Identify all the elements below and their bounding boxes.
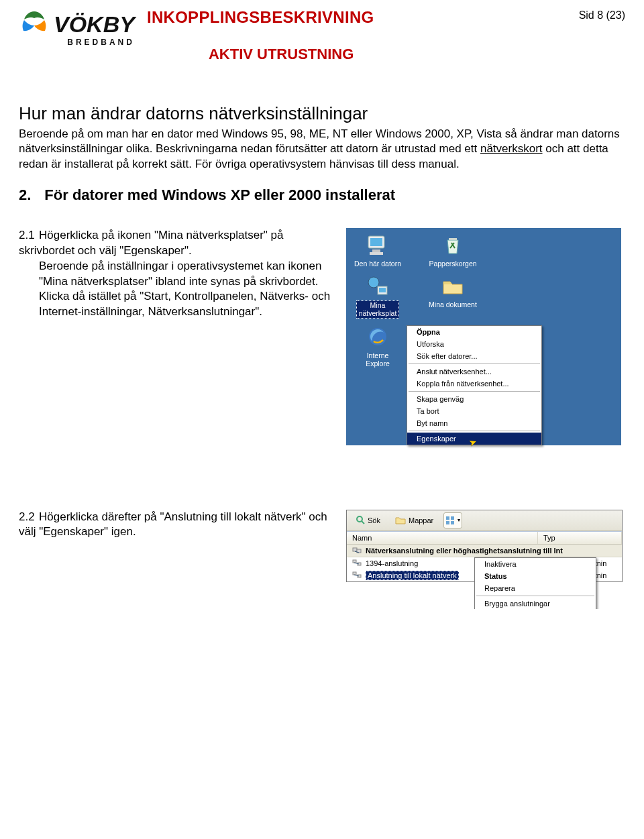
screenshot-explorer: Sök Mappar ▾ Namn Typ xyxy=(346,510,623,582)
list-header: Namn Typ xyxy=(347,532,622,545)
page-number: Sid 8 (23) xyxy=(579,8,625,21)
main-heading: Hur man ändrar datorns nätverksinställni… xyxy=(19,103,625,124)
step-2-1-text: 2.1Högerklicka på ikonen "Mina nätverksp… xyxy=(19,228,341,320)
group-icon xyxy=(352,546,362,555)
context-menu-item[interactable]: Utforska xyxy=(407,338,541,350)
section-2-heading: 2. För datorer med Windows XP eller 2000… xyxy=(19,186,625,204)
desktop-icon-label: Mina dokument xyxy=(424,300,482,309)
step-2-1-line3: Klicka då istället på "Start, Kontrollpa… xyxy=(39,289,341,320)
list-cell-name: 1394-anslutning xyxy=(366,559,418,567)
context-menu-item[interactable]: Öppna xyxy=(407,326,541,338)
connection-icon xyxy=(352,559,362,568)
views-icon xyxy=(445,516,456,525)
svg-rect-20 xyxy=(353,572,356,575)
folders-button[interactable]: Mappar xyxy=(390,513,438,528)
svg-point-8 xyxy=(357,516,362,522)
svg-rect-11 xyxy=(451,516,454,520)
svg-rect-6 xyxy=(379,288,386,292)
step-2-1-line1: Högerklicka på ikonen "Mina nätverksplat… xyxy=(19,229,284,257)
context-menu-item[interactable]: Sök efter datorer... xyxy=(407,350,541,362)
svg-rect-10 xyxy=(446,516,449,520)
screenshot-desktop: Den här datorn Papperskorgen xyxy=(346,228,621,445)
brand-wordmark: VÖKBY xyxy=(54,11,135,38)
svg-rect-17 xyxy=(353,560,356,563)
desktop-icon-label: Papperskorgen xyxy=(424,260,482,268)
list-group-header: Nätverksanslutning eller höghastighetsan… xyxy=(347,545,622,557)
doc-title: INKOPPLINGSBESKRIVNING xyxy=(147,8,567,27)
context-menu-item[interactable]: Anslut nätverksenhet... xyxy=(407,366,541,378)
context-menu-item[interactable]: Reparera xyxy=(475,582,596,594)
context-menu-item[interactable]: Status xyxy=(475,570,596,582)
svg-rect-1 xyxy=(370,238,382,246)
brand-logo-mark xyxy=(19,9,50,39)
chevron-down-icon: ▾ xyxy=(458,517,460,523)
svg-rect-12 xyxy=(446,521,449,524)
views-button[interactable]: ▾ xyxy=(443,512,462,528)
desktop-icon-recycle[interactable]: Papperskorgen xyxy=(424,232,482,268)
search-icon xyxy=(356,515,365,526)
step-2-2-number: 2.2 xyxy=(19,510,39,525)
context-menu-item[interactable]: Brygga anslutningar xyxy=(475,598,596,609)
context-menu: InaktiveraStatusRepareraBrygga anslutnin… xyxy=(474,557,596,609)
column-header-type[interactable]: Typ xyxy=(538,532,622,544)
step-2-1-number: 2.1 xyxy=(19,228,39,243)
desktop-icon-label: Minanätverksplat xyxy=(356,300,400,318)
intro-paragraph: Beroende på om man har en dator med Wind… xyxy=(19,127,625,172)
search-button-label: Sök xyxy=(368,516,380,524)
folder-icon xyxy=(395,515,406,526)
desktop-icon-documents[interactable]: Mina dokument xyxy=(424,273,482,318)
search-button[interactable]: Sök xyxy=(351,513,385,528)
connection-icon xyxy=(352,571,362,580)
internet-explorer-icon xyxy=(349,324,407,349)
brand-logo: VÖKBY BREDBAND xyxy=(19,9,135,47)
list-group-title: Nätverksanslutning eller höghastighetsan… xyxy=(366,547,563,555)
section-2-number: 2. xyxy=(19,186,31,204)
computer-icon xyxy=(349,232,407,258)
context-menu-item[interactable]: Byt namn xyxy=(407,417,541,429)
svg-rect-2 xyxy=(372,249,380,252)
brand-subtext: BREDBAND xyxy=(19,38,135,47)
context-menu-item[interactable]: Koppla från nätverksenhet... xyxy=(407,378,541,390)
desktop-icon-computer[interactable]: Den här datorn xyxy=(349,232,407,268)
context-menu-item[interactable]: Skapa genväg xyxy=(407,393,541,405)
context-menu-separator xyxy=(409,363,540,364)
section-2-title: För datorer med Windows XP eller 2000 in… xyxy=(44,186,395,204)
intro-text-underlined: nätverkskort xyxy=(480,142,543,155)
doc-subtitle: AKTIV UTRUSTNING xyxy=(209,46,567,63)
desktop-icon-network-places[interactable]: Minanätverksplat xyxy=(349,273,407,318)
context-menu-item[interactable]: Inaktivera xyxy=(475,558,596,570)
svg-rect-13 xyxy=(451,521,454,524)
context-menu-item[interactable]: Egenskaper➤ xyxy=(407,433,541,445)
network-places-icon xyxy=(349,273,407,298)
explorer-toolbar: Sök Mappar ▾ xyxy=(347,510,622,531)
context-menu-item[interactable]: Ta bort xyxy=(407,405,541,417)
context-menu: ÖppnaUtforskaSök efter datorer...Anslut … xyxy=(407,325,542,445)
svg-line-9 xyxy=(362,521,364,524)
cursor-icon: ➤ xyxy=(468,435,479,448)
svg-rect-14 xyxy=(353,548,357,551)
column-header-name[interactable]: Namn xyxy=(347,532,538,544)
list-cell-name: Anslutning till lokalt nätverk xyxy=(366,571,459,580)
context-menu-separator xyxy=(409,431,540,431)
context-menu-separator xyxy=(409,391,540,392)
context-menu-separator xyxy=(476,596,594,596)
svg-rect-3 xyxy=(370,252,383,255)
recycle-bin-icon xyxy=(424,232,482,258)
folders-button-label: Mappar xyxy=(409,516,433,524)
step-2-2-text: 2.2Högerklicka därefter på "Anslutning t… xyxy=(19,510,341,541)
desktop-icon-label: InterneExplore xyxy=(366,351,390,368)
step-2-2-body: Högerklicka därefter på "Anslutning till… xyxy=(19,510,327,539)
desktop-icon-label: Den här datorn xyxy=(349,260,407,268)
desktop-icon-internet-explorer[interactable]: InterneExplore xyxy=(349,324,407,368)
step-2-1-line2: Beroende på inställningar i operativsyst… xyxy=(39,259,341,290)
folder-icon xyxy=(424,273,482,298)
